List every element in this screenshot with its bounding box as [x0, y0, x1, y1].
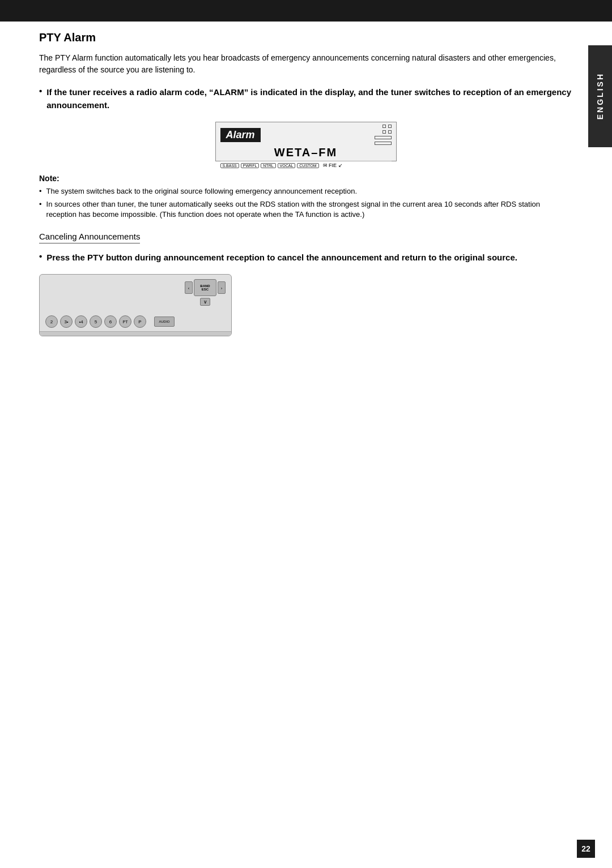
panel-buttons-row: 2 3• •4 5 6 PT P AUDIO	[45, 315, 175, 328]
alarm-display-image: Alarm	[39, 122, 572, 161]
btn-p: P	[134, 315, 146, 328]
dot-6	[375, 142, 392, 145]
dot-row-4	[375, 142, 392, 145]
display-dots	[375, 125, 392, 145]
alarm-box: Alarm	[220, 128, 261, 142]
audio-button: AUDIO	[154, 317, 175, 327]
top-bar	[0, 0, 612, 22]
dot-1	[382, 125, 386, 128]
side-tab-text: ENGLISH	[596, 72, 605, 119]
note-text-1: The system switches back to the original…	[46, 186, 357, 196]
main-bold-bullet-text: If the tuner receives a radio alarm code…	[46, 86, 572, 112]
dot-row-1	[382, 125, 392, 128]
note-section: Note: • The system switches back to the …	[39, 174, 572, 220]
display-top-row: Alarm	[220, 125, 392, 145]
note-text-2: In sources other than tuner, the tuner a…	[46, 199, 572, 220]
page-number: 22	[577, 840, 595, 858]
btn-custom: CUSTOM	[297, 163, 318, 168]
btn-6: 6	[104, 315, 117, 328]
panel-lip	[40, 331, 231, 336]
btn-vocal: VOCAL	[278, 163, 296, 168]
intro-paragraph: The PTY Alarm function automatically let…	[39, 52, 572, 76]
btn-pt: PT	[119, 315, 131, 328]
main-bold-bullet-dot: •	[39, 86, 42, 96]
btn-ntrl: NTRL	[261, 163, 275, 168]
esc-label: ESC	[202, 288, 209, 291]
dot-5	[375, 136, 392, 139]
radio-display: Alarm	[215, 122, 397, 161]
band-esc-area: ‹ BAND ESC › ∨	[185, 279, 226, 306]
main-content: PTY Alarm The PTY Alarm function automat…	[39, 31, 572, 840]
display-bottom-row: S.BASS PWRFL NTRL VOCAL CUSTOM ✉ FIE ↙	[220, 161, 392, 168]
dot-row-2	[382, 130, 392, 134]
device-image-area: ‹ BAND ESC › ∨ 2 3• •4 5 6	[39, 274, 572, 336]
band-esc-button: BAND ESC	[194, 279, 216, 296]
subsection-title: Canceling Announcements	[39, 232, 140, 243]
btn-pwrfl: PWRFL	[241, 163, 260, 168]
btn-icons: ✉ FIE ↙	[323, 163, 343, 168]
btn-4: •4	[75, 315, 87, 328]
note-dot-2: •	[39, 199, 42, 209]
english-side-tab: ENGLISH	[588, 45, 612, 147]
radio-panel-container: ‹ BAND ESC › ∨ 2 3• •4 5 6	[39, 274, 232, 336]
dot-row-3	[375, 136, 392, 139]
dot-3	[382, 130, 386, 134]
section-title: PTY Alarm	[39, 31, 572, 44]
left-arrow-btn: ‹	[185, 281, 193, 294]
note-item-1: • The system switches back to the origin…	[39, 186, 572, 196]
note-item-2: • In sources other than tuner, the tuner…	[39, 199, 572, 220]
station-name: WETA–FM	[220, 146, 392, 159]
dot-4	[388, 130, 392, 134]
main-bold-bullet: • If the tuner receives a radio alarm co…	[39, 86, 572, 112]
btn-sbass: S.BASS	[220, 163, 239, 168]
right-arrow-btn: ›	[218, 281, 226, 294]
cancel-bold-bullet-dot: •	[39, 251, 42, 261]
btn-3plus: 3•	[60, 315, 73, 328]
btn-5: 5	[90, 315, 102, 328]
cancel-bold-bullet-text: Press the PTY button during announcement…	[46, 251, 517, 264]
cancel-bold-bullet: • Press the PTY button during announceme…	[39, 251, 572, 264]
down-arrow-btn: ∨	[200, 298, 210, 306]
alarm-text: Alarm	[226, 129, 255, 140]
arrow-band-row: ‹ BAND ESC ›	[185, 279, 226, 296]
canceling-subsection: Canceling Announcements • Press the PTY …	[39, 232, 572, 337]
dot-2	[388, 125, 392, 128]
btn-2: 2	[45, 315, 58, 328]
note-title: Note:	[39, 174, 572, 183]
note-dot-1: •	[39, 186, 42, 196]
